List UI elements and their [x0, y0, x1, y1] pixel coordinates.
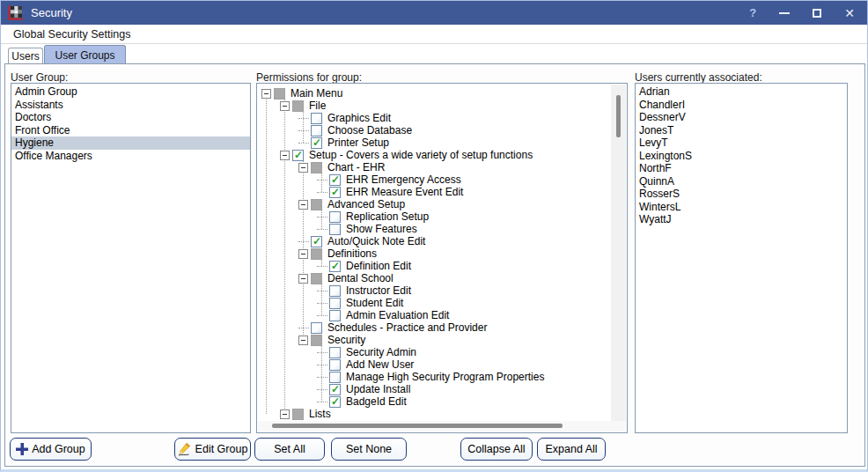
tree-item[interactable]: Definitions — [258, 247, 613, 260]
tree-expander-icon[interactable] — [261, 89, 271, 99]
permission-checkbox[interactable] — [274, 88, 285, 100]
list-item[interactable]: WintersL — [636, 201, 847, 214]
permission-checkbox[interactable] — [329, 396, 341, 408]
permission-checkbox[interactable] — [329, 261, 341, 272]
permission-checkbox[interactable] — [329, 224, 341, 235]
list-item[interactable]: WyattJ — [636, 213, 847, 226]
permission-checkbox[interactable] — [329, 310, 341, 321]
permission-checkbox[interactable] — [311, 199, 322, 210]
list-item[interactable]: Doctors — [11, 111, 250, 124]
tree-expander-icon[interactable] — [280, 409, 290, 419]
tree-item[interactable]: Show Features — [258, 223, 613, 235]
set-none-button[interactable]: Set None — [331, 438, 407, 461]
permission-checkbox[interactable] — [292, 409, 304, 420]
tree-item[interactable]: Admin Evaluation Edit — [258, 309, 613, 321]
tree-expander-icon[interactable] — [298, 336, 308, 345]
tree-item[interactable]: Chart - EHR — [258, 161, 613, 173]
tree-item[interactable]: EHR Measure Event Edit — [258, 186, 613, 198]
permission-checkbox[interactable] — [311, 236, 322, 247]
permission-checkbox[interactable] — [329, 372, 341, 383]
expand-all-button[interactable]: Expand All — [537, 438, 606, 461]
help-button[interactable]: ? — [749, 1, 756, 25]
set-all-button[interactable]: Set All — [254, 438, 325, 461]
permission-checkbox[interactable] — [311, 137, 322, 149]
list-item[interactable]: Admin Group — [11, 85, 250, 99]
tree-item[interactable]: Graphics Edit — [258, 112, 613, 124]
permission-checkbox[interactable] — [329, 359, 341, 371]
collapse-all-button[interactable]: Collapse All — [460, 438, 533, 461]
plus-icon — [16, 443, 28, 455]
tree-item[interactable]: Choose Database — [258, 124, 613, 136]
tree-item[interactable]: Printer Setup — [258, 136, 613, 149]
permission-checkbox[interactable] — [329, 384, 341, 395]
tree-item[interactable]: EHR Emergency Access — [258, 173, 613, 186]
menu-global-security-settings[interactable]: Global Security Settings — [8, 28, 136, 41]
tree-expander-icon[interactable] — [298, 274, 308, 284]
list-item[interactable]: QuinnA — [636, 175, 847, 188]
tree-item[interactable]: Advanced Setup — [258, 198, 613, 210]
tree-expander-icon[interactable] — [298, 163, 308, 173]
permission-checkbox[interactable] — [329, 285, 341, 297]
tree-expander-icon[interactable] — [280, 151, 290, 160]
permission-checkbox[interactable] — [292, 150, 304, 161]
tree-item[interactable]: Replication Setup — [258, 210, 613, 223]
list-item[interactable]: Adrian — [636, 85, 847, 99]
tree-item[interactable]: Security — [258, 334, 613, 346]
associated-users-list[interactable]: AdrianChandlerIDessnerVJonesTLevyTLexing… — [635, 83, 848, 433]
tab-users[interactable]: Users — [8, 48, 43, 64]
list-item[interactable]: ChandlerI — [636, 99, 847, 112]
add-group-button[interactable]: Add Group — [10, 438, 92, 461]
permission-checkbox[interactable] — [311, 248, 322, 260]
tree-item[interactable]: Instructor Edit — [258, 284, 613, 297]
list-item[interactable]: Hygiene — [11, 136, 250, 150]
edit-group-button[interactable]: Edit Group — [174, 438, 251, 461]
tree-item[interactable]: Main Menu — [258, 87, 613, 100]
permission-checkbox[interactable] — [311, 125, 322, 136]
tree-item[interactable]: Auto/Quick Note Edit — [258, 235, 613, 247]
tree-item[interactable]: Student Edit — [258, 297, 613, 309]
horizontal-scroll-thumb[interactable] — [272, 424, 563, 428]
user-group-list[interactable]: Admin GroupAssistantsDoctorsFront Office… — [11, 83, 251, 433]
list-item[interactable]: NorthF — [636, 162, 847, 175]
permission-checkbox[interactable] — [329, 211, 341, 223]
permission-checkbox[interactable] — [329, 347, 341, 358]
tree-vertical-scrollbar[interactable] — [611, 85, 626, 422]
list-item[interactable]: Assistants — [11, 99, 250, 112]
list-item[interactable]: Office Managers — [11, 150, 250, 163]
vertical-scroll-thumb[interactable] — [616, 95, 621, 137]
tree-item[interactable]: File — [258, 100, 613, 112]
permission-checkbox[interactable] — [311, 113, 322, 124]
permission-checkbox[interactable] — [311, 273, 322, 284]
tree-item[interactable]: Setup - Covers a wide variety of setup f… — [258, 149, 613, 161]
tree-horizontal-scrollbar[interactable] — [258, 421, 626, 431]
tree-expander-icon[interactable] — [280, 101, 290, 111]
list-item[interactable]: Front Office — [11, 124, 250, 137]
minimize-button[interactable] — [779, 1, 790, 25]
close-button[interactable]: ✕ — [844, 1, 855, 25]
permission-checkbox[interactable] — [292, 100, 304, 112]
list-item[interactable]: LexingtonS — [636, 150, 847, 163]
maximize-button[interactable] — [813, 1, 821, 25]
tree-item[interactable]: Dental School — [258, 272, 613, 284]
permission-checkbox[interactable] — [329, 174, 341, 186]
tree-item[interactable]: Security Admin — [258, 346, 613, 358]
list-item[interactable]: JonesT — [636, 124, 847, 137]
permission-checkbox[interactable] — [329, 187, 341, 198]
permission-checkbox[interactable] — [311, 162, 322, 173]
tree-expander-icon[interactable] — [298, 200, 308, 210]
permission-checkbox[interactable] — [329, 298, 341, 309]
tree-item[interactable]: Lists — [258, 408, 613, 420]
permission-checkbox[interactable] — [311, 335, 322, 346]
tree-item[interactable]: Schedules - Practice and Provider — [258, 321, 613, 334]
tree-item[interactable]: Manage High Security Program Properties — [258, 371, 613, 383]
tree-expander-icon[interactable] — [298, 249, 308, 259]
list-item[interactable]: LevyT — [636, 136, 847, 150]
list-item[interactable]: DessnerV — [636, 111, 847, 124]
permission-checkbox[interactable] — [311, 322, 322, 334]
tab-user-groups[interactable]: User Groups — [44, 45, 126, 64]
tree-item[interactable]: BadgeId Edit — [258, 395, 613, 408]
tree-item[interactable]: Update Install — [258, 383, 613, 395]
list-item[interactable]: RosserS — [636, 188, 847, 201]
tree-item[interactable]: Definition Edit — [258, 260, 613, 272]
tree-item[interactable]: Add New User — [258, 358, 613, 371]
